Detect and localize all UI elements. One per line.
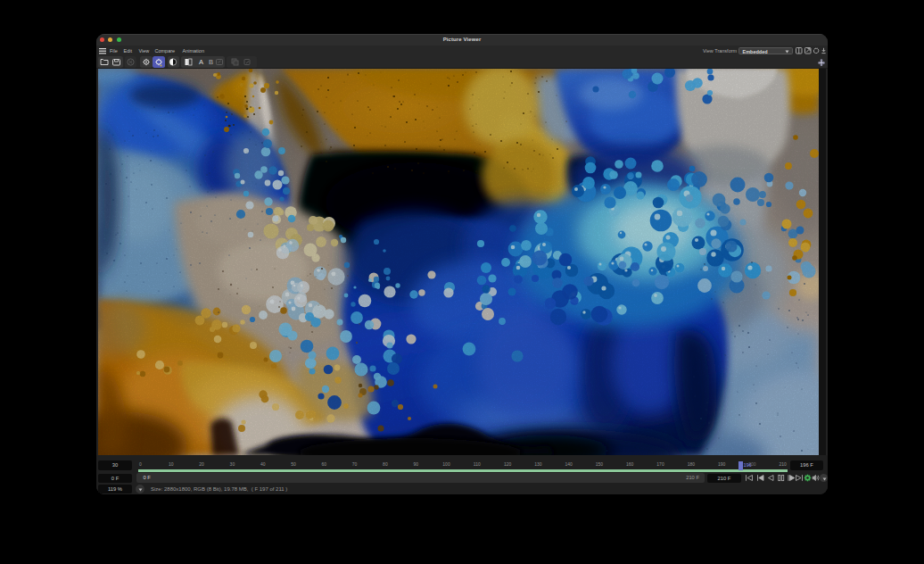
svg-text:A: A [199,58,203,66]
svg-text:B: B [209,58,213,66]
